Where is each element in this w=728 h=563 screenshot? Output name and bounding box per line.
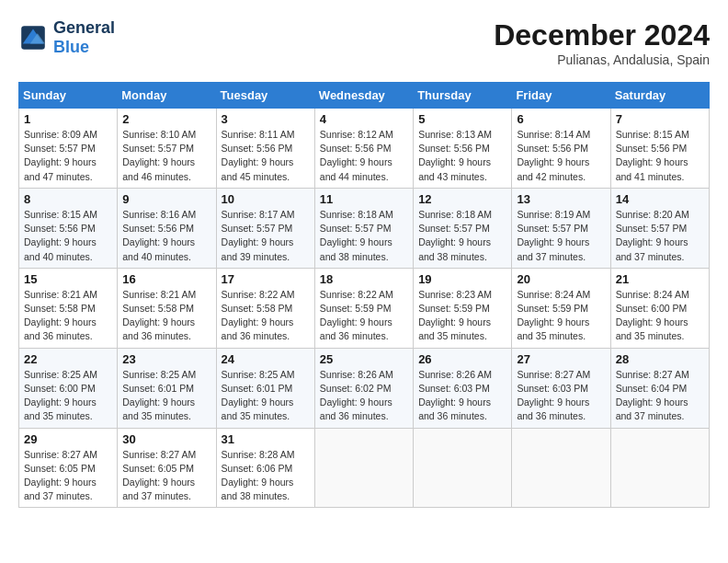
calendar-cell: 20 Sunrise: 8:24 AMSunset: 5:59 PMDaylig… bbox=[512, 268, 610, 348]
calendar-cell: 21 Sunrise: 8:24 AMSunset: 6:00 PMDaylig… bbox=[610, 268, 709, 348]
day-number: 27 bbox=[517, 352, 605, 366]
day-info: Sunrise: 8:16 AMSunset: 5:56 PMDaylight:… bbox=[122, 208, 210, 264]
day-number: 9 bbox=[122, 192, 210, 206]
day-number: 19 bbox=[418, 272, 506, 286]
day-info: Sunrise: 8:18 AMSunset: 5:57 PMDaylight:… bbox=[320, 208, 408, 264]
day-info: Sunrise: 8:22 AMSunset: 5:58 PMDaylight:… bbox=[222, 288, 310, 344]
day-number: 24 bbox=[222, 352, 310, 366]
calendar-cell: 30 Sunrise: 8:27 AMSunset: 6:05 PMDaylig… bbox=[118, 428, 216, 508]
day-number: 29 bbox=[24, 432, 112, 446]
day-info: Sunrise: 8:24 AMSunset: 5:59 PMDaylight:… bbox=[517, 288, 605, 344]
day-info: Sunrise: 8:10 AMSunset: 5:57 PMDaylight:… bbox=[122, 128, 210, 184]
calendar-cell bbox=[414, 428, 512, 508]
calendar-cell: 25 Sunrise: 8:26 AMSunset: 6:02 PMDaylig… bbox=[314, 348, 413, 428]
day-number: 10 bbox=[222, 192, 310, 206]
day-info: Sunrise: 8:27 AMSunset: 6:03 PMDaylight:… bbox=[517, 368, 605, 424]
calendar-cell: 1 Sunrise: 8:09 AMSunset: 5:57 PMDayligh… bbox=[19, 109, 118, 189]
calendar-cell: 29 Sunrise: 8:27 AMSunset: 6:05 PMDaylig… bbox=[19, 428, 118, 508]
day-info: Sunrise: 8:27 AMSunset: 6:05 PMDaylight:… bbox=[122, 448, 210, 504]
calendar-cell: 18 Sunrise: 8:22 AMSunset: 5:59 PMDaylig… bbox=[314, 268, 413, 348]
day-info: Sunrise: 8:27 AMSunset: 6:05 PMDaylight:… bbox=[24, 448, 112, 504]
day-info: Sunrise: 8:13 AMSunset: 5:56 PMDaylight:… bbox=[418, 128, 506, 184]
day-info: Sunrise: 8:24 AMSunset: 6:00 PMDaylight:… bbox=[616, 288, 704, 344]
calendar-cell: 2 Sunrise: 8:10 AMSunset: 5:57 PMDayligh… bbox=[118, 109, 216, 189]
calendar-cell: 8 Sunrise: 8:15 AMSunset: 5:56 PMDayligh… bbox=[19, 188, 118, 268]
day-info: Sunrise: 8:14 AMSunset: 5:56 PMDaylight:… bbox=[517, 128, 605, 184]
day-info: Sunrise: 8:20 AMSunset: 5:57 PMDaylight:… bbox=[616, 208, 704, 264]
calendar-cell: 26 Sunrise: 8:26 AMSunset: 6:03 PMDaylig… bbox=[414, 348, 512, 428]
calendar-cell: 7 Sunrise: 8:15 AMSunset: 5:56 PMDayligh… bbox=[610, 109, 709, 189]
header-saturday: Saturday bbox=[610, 83, 709, 109]
day-number: 23 bbox=[122, 352, 210, 366]
logo-icon bbox=[18, 23, 48, 52]
day-number: 11 bbox=[320, 192, 408, 206]
day-number: 25 bbox=[320, 352, 408, 366]
day-info: Sunrise: 8:26 AMSunset: 6:03 PMDaylight:… bbox=[418, 368, 506, 424]
logo-text: General Blue bbox=[53, 18, 115, 57]
header-thursday: Thursday bbox=[414, 83, 512, 109]
day-info: Sunrise: 8:25 AMSunset: 6:01 PMDaylight:… bbox=[122, 368, 210, 424]
day-info: Sunrise: 8:12 AMSunset: 5:56 PMDaylight:… bbox=[320, 128, 408, 184]
calendar-cell: 5 Sunrise: 8:13 AMSunset: 5:56 PMDayligh… bbox=[414, 109, 512, 189]
day-number: 20 bbox=[517, 272, 605, 286]
day-number: 12 bbox=[418, 192, 506, 206]
title-block: December 2024 Pulianas, Andalusia, Spain bbox=[494, 18, 710, 67]
calendar-cell: 23 Sunrise: 8:25 AMSunset: 6:01 PMDaylig… bbox=[118, 348, 216, 428]
calendar-cell: 9 Sunrise: 8:16 AMSunset: 5:56 PMDayligh… bbox=[118, 188, 216, 268]
logo: General Blue bbox=[18, 18, 115, 57]
day-number: 2 bbox=[122, 112, 210, 126]
calendar-table: Sunday Monday Tuesday Wednesday Thursday… bbox=[18, 82, 710, 508]
day-number: 16 bbox=[122, 272, 210, 286]
day-info: Sunrise: 8:21 AMSunset: 5:58 PMDaylight:… bbox=[122, 288, 210, 344]
day-info: Sunrise: 8:26 AMSunset: 6:02 PMDaylight:… bbox=[320, 368, 408, 424]
calendar-cell: 10 Sunrise: 8:17 AMSunset: 5:57 PMDaylig… bbox=[216, 188, 314, 268]
day-info: Sunrise: 8:15 AMSunset: 5:56 PMDaylight:… bbox=[24, 208, 112, 264]
day-info: Sunrise: 8:28 AMSunset: 6:06 PMDaylight:… bbox=[222, 448, 310, 504]
day-info: Sunrise: 8:22 AMSunset: 5:59 PMDaylight:… bbox=[320, 288, 408, 344]
page-header: General Blue December 2024 Pulianas, And… bbox=[18, 18, 710, 67]
day-info: Sunrise: 8:25 AMSunset: 6:01 PMDaylight:… bbox=[222, 368, 310, 424]
calendar-cell: 22 Sunrise: 8:25 AMSunset: 6:00 PMDaylig… bbox=[19, 348, 118, 428]
calendar-cell: 24 Sunrise: 8:25 AMSunset: 6:01 PMDaylig… bbox=[216, 348, 314, 428]
calendar-cell: 4 Sunrise: 8:12 AMSunset: 5:56 PMDayligh… bbox=[314, 109, 413, 189]
day-number: 31 bbox=[222, 432, 310, 446]
location: Pulianas, Andalusia, Spain bbox=[494, 52, 710, 67]
calendar-header-row: Sunday Monday Tuesday Wednesday Thursday… bbox=[19, 83, 710, 109]
calendar-cell bbox=[512, 428, 610, 508]
header-wednesday: Wednesday bbox=[314, 83, 413, 109]
day-number: 22 bbox=[24, 352, 112, 366]
day-number: 7 bbox=[616, 112, 704, 126]
day-number: 30 bbox=[122, 432, 210, 446]
day-info: Sunrise: 8:21 AMSunset: 5:58 PMDaylight:… bbox=[24, 288, 112, 344]
day-info: Sunrise: 8:09 AMSunset: 5:57 PMDaylight:… bbox=[24, 128, 112, 184]
calendar-cell: 14 Sunrise: 8:20 AMSunset: 5:57 PMDaylig… bbox=[610, 188, 709, 268]
day-number: 26 bbox=[418, 352, 506, 366]
month-title: December 2024 bbox=[494, 18, 710, 52]
calendar-cell: 11 Sunrise: 8:18 AMSunset: 5:57 PMDaylig… bbox=[314, 188, 413, 268]
header-monday: Monday bbox=[118, 83, 216, 109]
calendar-cell: 13 Sunrise: 8:19 AMSunset: 5:57 PMDaylig… bbox=[512, 188, 610, 268]
day-number: 1 bbox=[24, 112, 112, 126]
day-info: Sunrise: 8:18 AMSunset: 5:57 PMDaylight:… bbox=[418, 208, 506, 264]
calendar-cell: 6 Sunrise: 8:14 AMSunset: 5:56 PMDayligh… bbox=[512, 109, 610, 189]
calendar-cell bbox=[610, 428, 709, 508]
day-number: 3 bbox=[222, 112, 310, 126]
header-tuesday: Tuesday bbox=[216, 83, 314, 109]
day-number: 5 bbox=[418, 112, 506, 126]
calendar-cell: 15 Sunrise: 8:21 AMSunset: 5:58 PMDaylig… bbox=[19, 268, 118, 348]
calendar-cell: 16 Sunrise: 8:21 AMSunset: 5:58 PMDaylig… bbox=[118, 268, 216, 348]
calendar-cell: 17 Sunrise: 8:22 AMSunset: 5:58 PMDaylig… bbox=[216, 268, 314, 348]
calendar-cell: 31 Sunrise: 8:28 AMSunset: 6:06 PMDaylig… bbox=[216, 428, 314, 508]
day-number: 8 bbox=[24, 192, 112, 206]
day-info: Sunrise: 8:23 AMSunset: 5:59 PMDaylight:… bbox=[418, 288, 506, 344]
calendar-cell: 27 Sunrise: 8:27 AMSunset: 6:03 PMDaylig… bbox=[512, 348, 610, 428]
day-number: 28 bbox=[616, 352, 704, 366]
day-number: 14 bbox=[616, 192, 704, 206]
day-info: Sunrise: 8:11 AMSunset: 5:56 PMDaylight:… bbox=[222, 128, 310, 184]
calendar-cell: 3 Sunrise: 8:11 AMSunset: 5:56 PMDayligh… bbox=[216, 109, 314, 189]
day-info: Sunrise: 8:19 AMSunset: 5:57 PMDaylight:… bbox=[517, 208, 605, 264]
header-sunday: Sunday bbox=[19, 83, 118, 109]
calendar-cell: 12 Sunrise: 8:18 AMSunset: 5:57 PMDaylig… bbox=[414, 188, 512, 268]
day-number: 21 bbox=[616, 272, 704, 286]
day-number: 13 bbox=[517, 192, 605, 206]
